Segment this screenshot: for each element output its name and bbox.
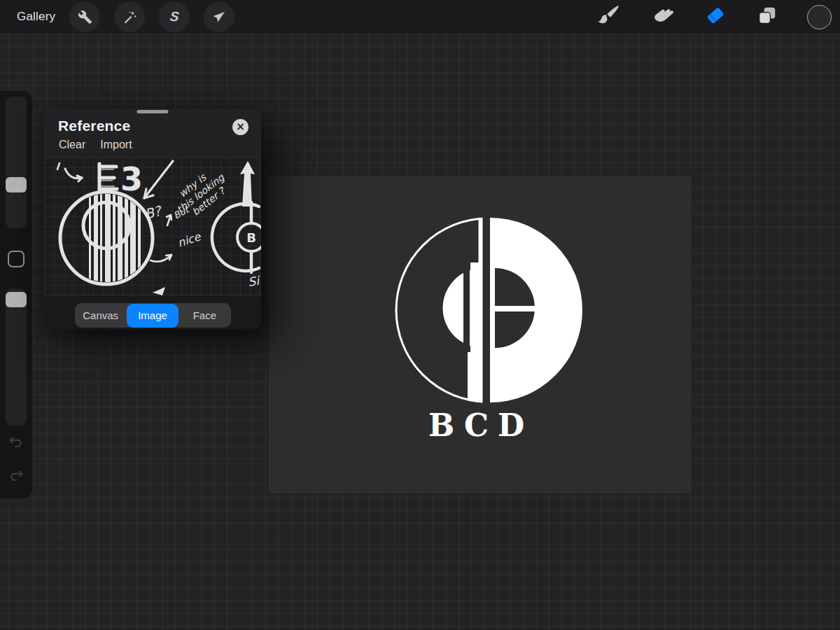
opacity-handle[interactable]: [6, 292, 27, 307]
brush-sidebar: [0, 91, 32, 498]
magic-wand-icon: [122, 10, 137, 24]
brush-size-handle[interactable]: [6, 177, 27, 192]
clear-button[interactable]: Clear: [59, 139, 85, 151]
panel-title: Reference: [58, 118, 232, 134]
eraser-button[interactable]: [704, 4, 727, 30]
eraser-icon: [704, 4, 727, 30]
reference-image[interactable]: 3 why is this looking better ? B?: [44, 158, 261, 296]
transform-button[interactable]: [204, 1, 234, 32]
close-icon[interactable]: ×: [232, 119, 248, 135]
reference-tab-group: Canvas Image Face: [75, 303, 231, 328]
redo-button[interactable]: [7, 467, 25, 485]
undo-button[interactable]: [7, 433, 25, 451]
smudge-icon: [650, 4, 674, 30]
opacity-slider[interactable]: [6, 288, 27, 426]
import-button[interactable]: Import: [100, 139, 132, 151]
sketch-si: Si: [247, 274, 261, 289]
brush-size-slider[interactable]: [6, 97, 27, 228]
panel-drag-handle[interactable]: [137, 110, 169, 113]
drawing-canvas[interactable]: BCD: [268, 176, 692, 493]
actions-button[interactable]: [69, 1, 100, 32]
reference-footer: Canvas Image Face: [44, 296, 261, 329]
redo-icon: [7, 467, 25, 485]
right-tool-group: [597, 4, 832, 30]
smudge-button[interactable]: [650, 4, 674, 30]
reference-actions: Clear Import: [44, 135, 261, 151]
tab-image[interactable]: Image: [127, 304, 178, 328]
adjustments-button[interactable]: [114, 1, 145, 32]
selection-button[interactable]: S: [159, 1, 190, 32]
sketch-b-circle: B: [246, 230, 256, 245]
brush-icon: [597, 4, 621, 30]
top-toolbar: Gallery S: [0, 0, 840, 34]
sketch-nice: nice: [176, 230, 203, 250]
undo-icon: [7, 433, 25, 451]
logo-wordmark: BCD: [428, 407, 533, 443]
layers-button[interactable]: [757, 5, 778, 29]
selection-icon: S: [169, 9, 180, 24]
sketch-number: 3: [120, 160, 143, 198]
color-swatch[interactable]: [807, 5, 832, 29]
reference-panel[interactable]: Reference × Clear Import 3: [44, 108, 261, 329]
left-tool-group: S: [69, 1, 234, 32]
transform-icon: [212, 10, 227, 24]
brush-button[interactable]: [597, 4, 621, 30]
wrench-icon: [78, 10, 92, 24]
gallery-button[interactable]: Gallery: [17, 10, 55, 24]
tab-canvas[interactable]: Canvas: [75, 304, 127, 327]
reference-sketch: 3 why is this looking better ? B?: [44, 158, 261, 296]
bcd-logo: BCD: [268, 176, 692, 493]
modify-button[interactable]: [8, 251, 24, 267]
layers-icon: [757, 5, 778, 29]
tab-face[interactable]: Face: [178, 304, 230, 327]
